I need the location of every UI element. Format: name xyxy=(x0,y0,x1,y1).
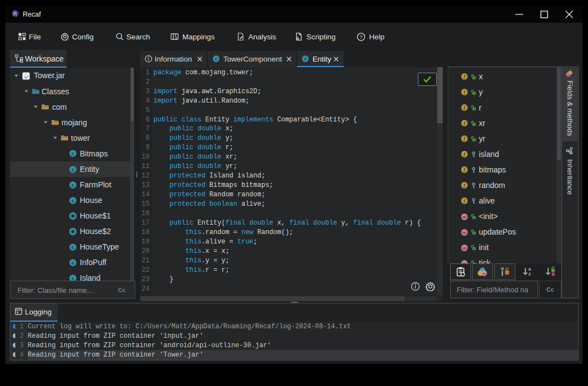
svg-text:m: m xyxy=(567,73,570,77)
svg-text:?: ? xyxy=(360,34,362,40)
svg-text:z: z xyxy=(528,271,530,277)
svg-text:m: m xyxy=(482,272,485,276)
svg-text:R: R xyxy=(14,11,18,17)
